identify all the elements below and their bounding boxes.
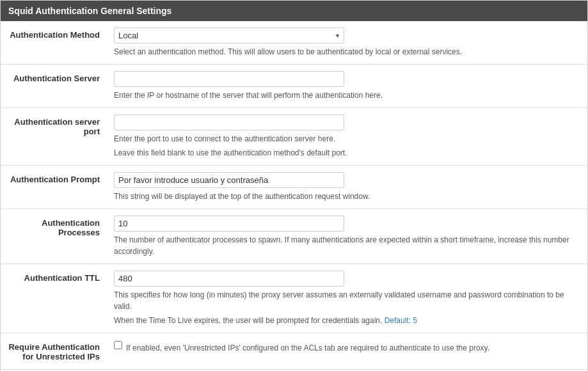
row-auth-processes: Authentication Processes The number of a… [1,209,587,264]
label-auth-method: Authentication Method [1,21,106,65]
auth-method-select-wrapper: Local LDAP RADIUS NTLM [114,28,344,43]
require-auth-checkbox[interactable] [114,341,122,349]
auth-ttl-default-link[interactable]: Default: 5 [385,316,417,325]
auth-server-port-help2: Leave this field blank to use the authen… [114,147,580,159]
panel: Squid Authentication General Settings Au… [0,0,588,371]
auth-server-help: Enter the IP or hostname of the server t… [114,90,580,101]
auth-server-input[interactable] [114,71,344,87]
row-auth-ttl: Authentication TTL This specifies for ho… [1,264,587,333]
label-auth-server: Authentication Server [1,65,106,108]
require-auth-checkbox-row: If enabled, even 'Unrestricted IPs' conf… [114,340,580,354]
auth-ttl-help2: When the Time To Live expires, the user … [114,315,580,326]
label-require-auth-line1: Require Authentication [8,342,100,352]
auth-prompt-help: This string will be displayed at the top… [114,191,580,202]
cell-require-auth: If enabled, even 'Unrestricted IPs' conf… [106,333,587,370]
label-auth-prompt: Authentication Prompt [1,166,106,209]
auth-ttl-input[interactable] [114,271,344,287]
panel-title: Squid Authentication General Settings [1,1,587,21]
cell-auth-server-port: Enter the port to use to connect to the … [106,108,587,166]
label-auth-ttl: Authentication TTL [1,264,106,333]
label-auth-processes: Authentication Processes [1,209,106,264]
row-auth-server: Authentication Server Enter the IP or ho… [1,65,587,108]
auth-processes-help: The number of authenticator processes to… [114,234,580,257]
require-auth-help: If enabled, even 'Unrestricted IPs' conf… [126,342,489,354]
row-auth-prompt: Authentication Prompt This string will b… [1,166,587,209]
label-require-auth: Require Authentication for Unrestricted … [1,333,106,370]
auth-server-port-help1: Enter the port to use to connect to the … [114,133,580,145]
cell-auth-prompt: This string will be displayed at the top… [106,166,587,209]
row-require-auth: Require Authentication for Unrestricted … [1,333,587,370]
label-require-auth-line2: for Unrestricted IPs [22,352,100,361]
auth-ttl-help1: This specifies for how long (in minutes)… [114,289,580,312]
cell-auth-server: Enter the IP or hostname of the server t… [106,65,587,108]
label-auth-server-port: Authentication server port [1,108,106,166]
cell-auth-ttl: This specifies for how long (in minutes)… [106,264,587,333]
auth-method-help: Select an authentication method. This wi… [114,46,580,58]
settings-form: Authentication Method Local LDAP RADIUS … [1,21,587,371]
auth-server-port-input[interactable] [114,114,344,130]
auth-ttl-help2-text: When the Time To Live expires, the user … [114,316,382,325]
auth-prompt-input[interactable] [114,172,344,188]
row-auth-method: Authentication Method Local LDAP RADIUS … [1,21,587,65]
cell-auth-processes: The number of authenticator processes to… [106,209,587,264]
row-auth-server-port: Authentication server port Enter the por… [1,108,587,166]
cell-auth-method: Local LDAP RADIUS NTLM Select an authent… [106,21,587,65]
auth-processes-input[interactable] [114,216,344,232]
auth-method-select[interactable]: Local LDAP RADIUS NTLM [114,28,344,43]
